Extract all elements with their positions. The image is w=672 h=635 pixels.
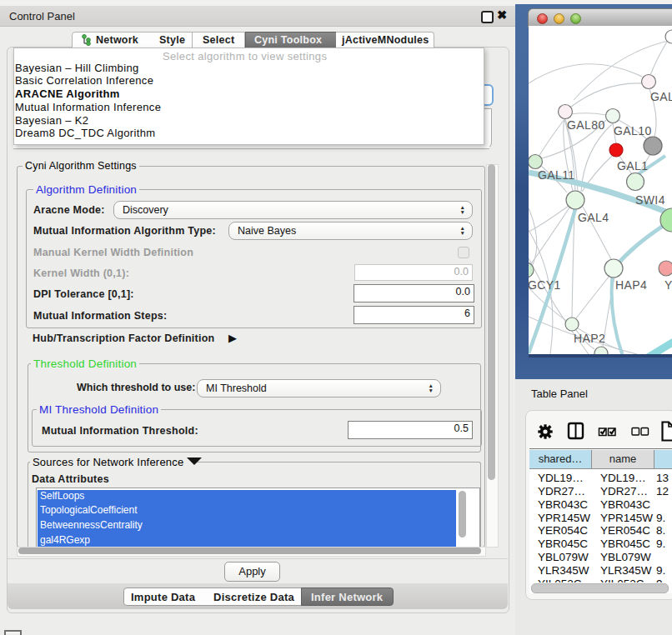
- svg-text:GAL10: GAL10: [614, 124, 652, 138]
- svg-text:SWI4: SWI4: [635, 193, 665, 207]
- svg-text:GAL80: GAL80: [567, 118, 605, 132]
- svg-text:GAL4: GAL4: [578, 211, 609, 224]
- svg-text:HAP2: HAP2: [574, 332, 605, 345]
- svg-text:GAL1: GAL1: [617, 159, 648, 172]
- svg-text:Y: Y: [664, 278, 672, 292]
- svg-text:GCY1: GCY1: [529, 278, 561, 292]
- svg-text:GAL8: GAL8: [650, 90, 672, 103]
- svg-text:GAL11: GAL11: [538, 168, 575, 182]
- svg-text:HAP4: HAP4: [615, 278, 647, 292]
